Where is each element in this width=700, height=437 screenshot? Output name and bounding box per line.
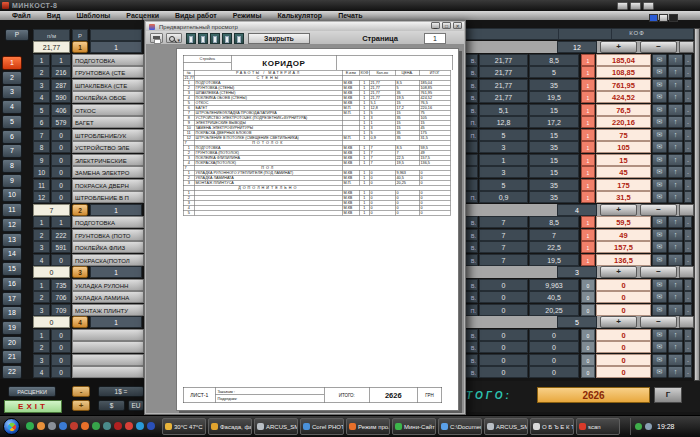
menu-item-1[interactable]: Файл — [4, 12, 39, 19]
calc-icon-button[interactable]: ✉ — [652, 129, 667, 141]
price-cell[interactable]: 17,2 — [529, 116, 579, 128]
row-number-cell[interactable]: 3 — [33, 79, 50, 91]
left-nav-button-9[interactable]: 9 — [2, 174, 22, 188]
section-number-button[interactable]: 4 — [72, 316, 88, 328]
row-name-cell[interactable]: ПОДГОТОВКА — [72, 54, 144, 66]
flag-cell[interactable]: 0 — [581, 366, 595, 378]
maximize-button[interactable] — [630, 2, 641, 10]
row-code-cell[interactable]: 0 — [51, 191, 71, 203]
price-cell[interactable]: 19,5 — [529, 91, 579, 103]
calc-icon-button[interactable]: ✉ — [652, 329, 667, 341]
taskbar-button[interactable]: Фасада, фа... — [208, 418, 252, 435]
menu-item-7[interactable]: Калькулятор — [269, 12, 330, 19]
p-mode-button[interactable]: Р — [5, 29, 29, 41]
row-number-cell[interactable]: 12 — [33, 191, 50, 203]
row-number-cell[interactable]: 6 — [33, 116, 50, 128]
flag-cell[interactable]: 0 — [581, 329, 595, 341]
flag-cell[interactable]: 1 — [581, 79, 595, 91]
row-name-cell[interactable]: БАГЕТ — [72, 116, 144, 128]
calc-icon-button[interactable]: ✉ — [652, 104, 667, 116]
row-name-cell[interactable]: ШПАКЛЕВКА (СТЕ — [72, 79, 144, 91]
row-name-cell[interactable] — [72, 341, 144, 353]
row-number-cell[interactable]: 5 — [33, 104, 50, 116]
section-number-button[interactable]: 2 — [72, 204, 88, 216]
row-code-cell[interactable]: 0 — [51, 329, 71, 341]
section-flag-cell[interactable]: 1 — [90, 41, 142, 53]
move-up-icon-button[interactable]: ↑ — [668, 179, 683, 191]
move-up-icon-button[interactable]: ↑ — [668, 366, 683, 378]
move-up-icon-button[interactable]: ↑ — [668, 54, 683, 66]
row-code-cell[interactable]: 735 — [51, 279, 71, 291]
left-nav-button-20[interactable]: 20 — [2, 336, 22, 350]
calc-icon-button[interactable]: ✉ — [652, 166, 667, 178]
quantity-cell[interactable]: 5 — [479, 129, 528, 141]
quantity-cell[interactable]: 7 — [479, 241, 528, 253]
calc-icon-button[interactable]: ✉ — [652, 141, 667, 153]
section-remove-button[interactable]: − — [640, 204, 677, 216]
row-number-cell[interactable]: 3 — [33, 354, 50, 366]
price-cell[interactable]: 35 — [529, 79, 579, 91]
more-cell[interactable]: - — [684, 79, 692, 91]
row-name-cell[interactable]: ЭЛЕКТРИЧЕСКИЕ — [72, 154, 144, 166]
flag-cell[interactable]: 1 — [581, 66, 595, 78]
flag-cell[interactable]: 1 — [581, 179, 595, 191]
section-flag-cell[interactable]: 1 — [90, 316, 142, 328]
quantity-cell[interactable]: 5 — [479, 179, 528, 191]
row-name-cell[interactable]: УСТРОЙСТВО ЭЛЕ — [72, 141, 144, 153]
row-code-cell[interactable]: 0 — [51, 154, 71, 166]
calc-icon-button[interactable]: ✉ — [652, 79, 667, 91]
taskbar-button[interactable]: Мини-Сайт ... — [392, 418, 436, 435]
plus-button[interactable]: + — [72, 400, 90, 411]
row-number-cell[interactable]: 1 — [33, 329, 50, 341]
price-cell[interactable]: 15 — [529, 104, 579, 116]
menu-item-4[interactable]: Расценки — [118, 12, 167, 19]
preview-title-bar[interactable]: Предварительный просмотр — [146, 22, 464, 31]
left-nav-button-2[interactable]: 2 — [2, 71, 22, 85]
quantity-cell[interactable]: 21,77 — [479, 66, 528, 78]
taskbar-button[interactable]: Corel PHOT... — [300, 418, 344, 435]
row-code-cell[interactable]: 709 — [51, 304, 71, 316]
row-number-cell[interactable]: 1 — [33, 279, 50, 291]
row-number-cell[interactable]: 2 — [33, 341, 50, 353]
row-code-cell[interactable]: 0 — [51, 166, 71, 178]
row-number-cell[interactable]: 2 — [33, 291, 50, 303]
section-remove-button[interactable]: − — [640, 266, 677, 278]
row-name-cell[interactable]: УКЛАДКА ЛАМИНА — [72, 291, 144, 303]
preview-close-icon[interactable]: ✕ — [453, 22, 462, 29]
flag-cell[interactable]: 0 — [581, 354, 595, 366]
section-add-button[interactable]: + — [600, 266, 637, 278]
more-cell[interactable]: - — [684, 54, 692, 66]
quick-launch-icon-11[interactable] — [136, 422, 144, 430]
keyboard-icon[interactable] — [659, 14, 668, 22]
flag-cell[interactable]: 1 — [581, 166, 595, 178]
quantity-cell[interactable]: 7 — [479, 229, 528, 241]
calc-icon-button[interactable]: ✉ — [652, 66, 667, 78]
page-number-spinner[interactable]: 1 — [424, 33, 446, 44]
quick-launch-icon-4[interactable] — [59, 422, 67, 430]
quantity-cell[interactable]: 21,77 — [479, 91, 528, 103]
more-cell[interactable]: - — [684, 166, 692, 178]
calc-icon-button[interactable]: ✉ — [652, 116, 667, 128]
row-name-cell[interactable]: ШТРОБЛЕНИЕ В П — [72, 191, 144, 203]
left-nav-button-14[interactable]: 14 — [2, 247, 22, 261]
close-button[interactable] — [643, 2, 654, 10]
flag-cell[interactable]: 1 — [581, 141, 595, 153]
more-cell[interactable]: - — [684, 354, 692, 366]
move-up-icon-button[interactable]: ↑ — [668, 116, 683, 128]
preview-minimize-button[interactable]: ▁ — [431, 22, 440, 29]
move-up-icon-button[interactable]: ↑ — [668, 141, 683, 153]
row-name-cell[interactable]: ПОДГОТОВКА — [72, 216, 144, 228]
flag-cell[interactable]: 1 — [581, 104, 595, 116]
move-up-icon-button[interactable]: ↑ — [668, 279, 683, 291]
row-code-cell[interactable]: 222 — [51, 229, 71, 241]
quick-launch-icon-2[interactable] — [37, 422, 45, 430]
quantity-cell[interactable]: 3 — [479, 141, 528, 153]
flag-cell[interactable]: 1 — [581, 91, 595, 103]
flag-cell[interactable]: 1 — [581, 129, 595, 141]
price-cell[interactable]: 15 — [529, 166, 579, 178]
more-cell[interactable]: - — [684, 66, 692, 78]
row-number-cell[interactable]: 3 — [33, 241, 50, 253]
more-cell[interactable]: - — [684, 104, 692, 116]
more-cell[interactable]: - — [684, 179, 692, 191]
quick-launch-icon-1[interactable] — [26, 422, 34, 430]
